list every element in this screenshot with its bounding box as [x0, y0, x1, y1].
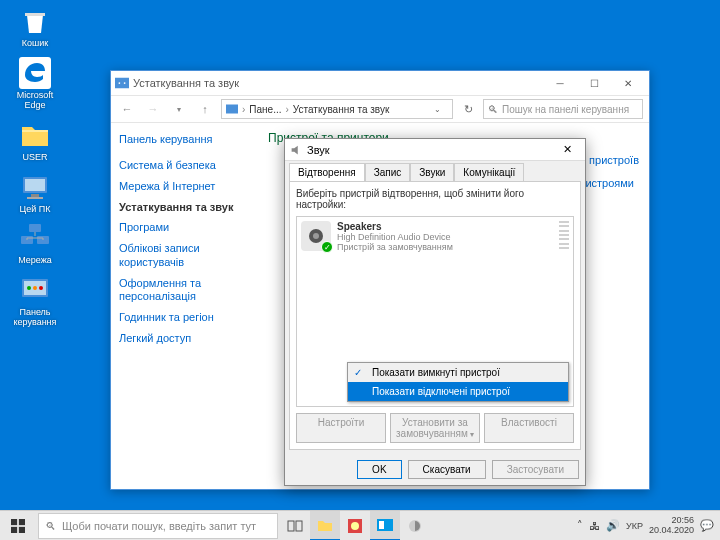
computer-icon: [19, 171, 51, 203]
context-menu: ✓ Показати вимкнуті пристрої Показати ві…: [347, 362, 569, 402]
device-description: High Definition Audio Device: [337, 232, 553, 242]
playback-device-list[interactable]: ✓ Speakers High Definition Audio Device …: [296, 216, 574, 407]
refresh-button[interactable]: ↻: [459, 100, 477, 118]
taskbar-search[interactable]: 🔍︎ Щоби почати пошук, введіть запит тут: [38, 513, 278, 539]
breadcrumb[interactable]: › Пане... › Устаткування та звук ⌄: [221, 99, 453, 119]
sound-title: Звук: [307, 144, 553, 156]
sidebar-item-appearance[interactable]: Оформлення та персоналізація: [119, 277, 248, 305]
sound-instruction: Виберіть пристрій відтворення, щоб зміни…: [296, 188, 574, 210]
folder-icon: [317, 518, 333, 532]
minimize-button[interactable]: ─: [543, 73, 577, 93]
tray-clock[interactable]: 20:56 20.04.2020: [649, 516, 694, 536]
device-name: Speakers: [337, 221, 553, 232]
taskbar-app-2[interactable]: [370, 511, 400, 541]
control-panel-toolbar: ← → ▾ ↑ › Пане... › Устаткування та звук…: [111, 95, 649, 123]
desktop-icon-user[interactable]: USER: [5, 119, 65, 163]
breadcrumb-icon: [226, 103, 238, 115]
control-panel-small-icon: [115, 76, 129, 90]
sound-close-button[interactable]: ✕: [553, 141, 581, 159]
device-item[interactable]: ✓ Speakers High Definition Audio Device …: [297, 217, 573, 256]
up-button[interactable]: ↑: [195, 99, 215, 119]
control-panel-home-link[interactable]: Панель керування: [119, 133, 248, 145]
taskbar: 🔍︎ Щоби почати пошук, введіть запит тут …: [0, 510, 720, 540]
forward-button[interactable]: →: [143, 99, 163, 119]
svg-point-18: [313, 233, 319, 239]
svg-rect-28: [379, 521, 384, 529]
search-icon: 🔍︎: [488, 104, 498, 115]
sidebar-item-system[interactable]: Система й безпека: [119, 159, 248, 173]
edge-icon: [19, 57, 51, 89]
system-tray: ˄ 🖧 🔊 УКР 20:56 20.04.2020 💬: [571, 516, 720, 536]
device-level-meter: [559, 221, 569, 249]
desktop-icon-this-pc[interactable]: Цей ПК: [5, 171, 65, 215]
svg-point-26: [351, 522, 359, 530]
svg-rect-19: [11, 519, 17, 525]
search-icon: 🔍︎: [45, 520, 56, 532]
taskbar-app-3[interactable]: [400, 511, 430, 541]
svg-point-12: [39, 286, 43, 290]
cancel-button[interactable]: Скасувати: [408, 460, 486, 479]
ctx-show-disabled[interactable]: ✓ Показати вимкнуті пристрої: [348, 363, 568, 382]
desktop-icon-control-panel[interactable]: Панель керування: [5, 274, 65, 328]
check-icon: ✓: [354, 367, 362, 378]
tray-chevron-up-icon[interactable]: ˄: [577, 519, 583, 532]
speaker-icon: [289, 143, 303, 157]
svg-rect-0: [19, 57, 51, 89]
ok-button[interactable]: OK: [357, 460, 401, 479]
history-dropdown[interactable]: ▾: [169, 99, 189, 119]
tray-notifications-icon[interactable]: 💬: [700, 519, 714, 532]
svg-point-10: [27, 286, 31, 290]
svg-rect-23: [288, 521, 294, 531]
control-panel-sidebar: Панель керування Система й безпека Мереж…: [111, 123, 256, 489]
start-button[interactable]: [0, 511, 36, 541]
svg-point-14: [119, 82, 121, 84]
apply-button[interactable]: Застосувати: [492, 460, 579, 479]
close-button[interactable]: ✕: [611, 73, 645, 93]
back-button[interactable]: ←: [117, 99, 137, 119]
svg-rect-13: [115, 78, 129, 89]
tray-language[interactable]: УКР: [626, 521, 643, 531]
sound-footer: OK Скасувати Застосувати: [285, 454, 585, 485]
svg-rect-20: [19, 519, 25, 525]
svg-rect-4: [27, 197, 43, 199]
desktop-icon-recycle-bin[interactable]: Кошик: [5, 5, 65, 49]
sidebar-item-clock-region[interactable]: Годинник та регіон: [119, 311, 248, 325]
svg-rect-22: [19, 526, 25, 532]
default-check-icon: ✓: [321, 241, 333, 253]
control-panel-titlebar: Устаткування та звук ─ ☐ ✕: [111, 71, 649, 95]
tab-playback[interactable]: Відтворення: [289, 163, 365, 181]
set-default-button[interactable]: Установити за замовчуванням: [390, 413, 480, 443]
network-icon: [19, 222, 51, 254]
taskbar-app-1[interactable]: [340, 511, 370, 541]
device-status: Пристрій за замовчуванням: [337, 242, 553, 252]
svg-rect-21: [11, 526, 17, 532]
sound-titlebar: Звук ✕: [285, 139, 585, 161]
properties-button[interactable]: Властивості: [484, 413, 574, 443]
sidebar-item-network[interactable]: Мережа й Інтернет: [119, 180, 248, 194]
taskbar-app-explorer[interactable]: [310, 511, 340, 541]
windows-icon: [11, 519, 25, 533]
task-view-button[interactable]: [280, 511, 310, 541]
tray-volume-icon[interactable]: 🔊: [606, 519, 620, 532]
tab-communications[interactable]: Комунікації: [454, 163, 524, 181]
svg-rect-7: [29, 224, 41, 232]
desktop-icon-network[interactable]: Мережа: [5, 222, 65, 266]
sidebar-item-ease-access[interactable]: Легкий доступ: [119, 332, 248, 346]
maximize-button[interactable]: ☐: [577, 73, 611, 93]
svg-point-15: [124, 82, 126, 84]
tab-sounds[interactable]: Звуки: [410, 163, 454, 181]
control-panel-search[interactable]: 🔍︎ Пошук на панелі керування: [483, 99, 643, 119]
control-panel-icon: [19, 274, 51, 306]
recycle-bin-icon: [19, 5, 51, 37]
configure-button[interactable]: Настроїти: [296, 413, 386, 443]
sound-tab-panel: Виберіть пристрій відтворення, щоб зміни…: [289, 181, 581, 450]
desktop-icon-edge[interactable]: Microsoft Edge: [5, 57, 65, 111]
sidebar-item-hardware-sound[interactable]: Устаткування та звук: [119, 201, 248, 215]
tab-recording[interactable]: Запис: [365, 163, 411, 181]
tray-network-icon[interactable]: 🖧: [589, 520, 600, 532]
sidebar-item-accounts[interactable]: Облікові записи користувачів: [119, 242, 248, 270]
ctx-show-disconnected[interactable]: Показати відключені пристрої: [348, 382, 568, 401]
svg-rect-24: [296, 521, 302, 531]
sidebar-item-programs[interactable]: Програми: [119, 221, 248, 235]
breadcrumb-dropdown[interactable]: ⌄: [434, 105, 448, 114]
